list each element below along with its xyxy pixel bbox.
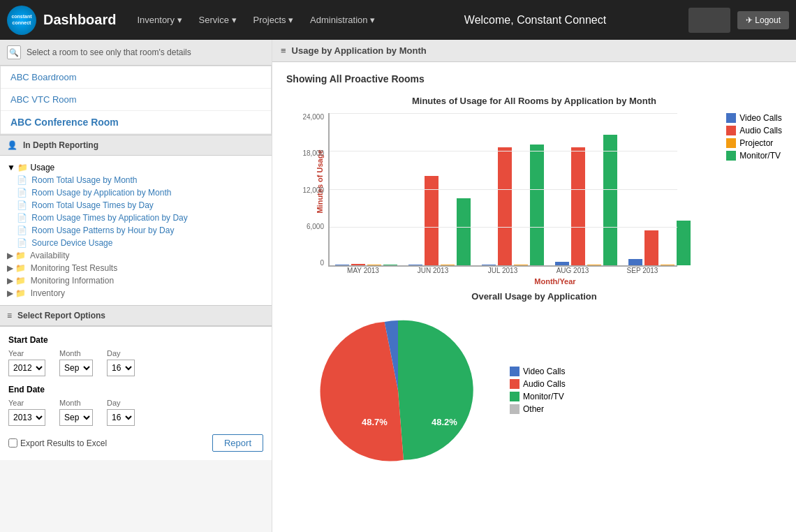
pie-svg-container: 48.7% 48.2% <box>314 310 482 473</box>
room-item-vtc[interactable]: ABC VTC Room <box>1 89 271 111</box>
start-year-select[interactable]: 20122013 <box>8 360 45 376</box>
bar-aug-projector <box>587 265 601 265</box>
end-day-select[interactable]: 1617 <box>107 409 135 426</box>
doc-icon-2: 📄 <box>17 200 27 210</box>
y-label-3: 18,000 <box>295 149 324 157</box>
end-date-group: End Date Year 20132014 Month SepOct <box>8 385 263 426</box>
right-panel-header: ≡ Usage by Application by Month <box>272 40 796 62</box>
tree-arrow-icon: ▼ <box>7 163 15 172</box>
start-day-select[interactable]: 1617 <box>107 360 135 376</box>
bar-may-monitor <box>383 265 397 265</box>
pie-legend-video: Video Calls <box>510 367 566 376</box>
search-icon: 🔍 <box>7 45 21 59</box>
tree-folder-inventory[interactable]: ▶ 📁 Inventory <box>7 287 265 300</box>
start-date-group: Start Date Year 20122013 Month SepOct <box>8 335 263 376</box>
tree-usage-parent[interactable]: ▼ 📁 Usage <box>7 161 265 174</box>
bar-chart-title: Minutes of Usage for All Rooms by Applic… <box>286 96 782 106</box>
doc-icon-4: 📄 <box>17 226 27 235</box>
legend-color-video <box>726 113 736 123</box>
month-group-jun <box>408 176 471 265</box>
nav-projects[interactable]: Projects ▾ <box>246 10 301 29</box>
bar-jun-projector <box>441 265 455 265</box>
bar-jun-audio <box>425 176 438 265</box>
end-year-select[interactable]: 20132014 <box>8 409 45 426</box>
bar-may-audio <box>351 264 365 265</box>
user-avatar <box>688 8 730 33</box>
export-label: Export Results to Excel <box>20 438 107 448</box>
chart-header-label: Usage by Application by Month <box>292 45 427 56</box>
start-month-select[interactable]: SepOct <box>59 360 93 376</box>
tree-item-1[interactable]: 📄 Room Usage by Application by Month <box>17 186 265 199</box>
pie-legend-color-monitor <box>510 392 519 401</box>
in-depth-label: In Depth Reporting <box>23 140 98 150</box>
end-month-label: Month <box>59 399 93 407</box>
legend-color-audio <box>726 126 736 135</box>
arrow-icon-mi: ▶ <box>7 276 13 286</box>
x-label-jul: JUL 2013 <box>468 267 538 274</box>
start-day-label: Day <box>107 349 135 357</box>
bar-sep-monitor <box>677 221 691 265</box>
bar-may-projector <box>367 265 381 265</box>
folder-icon-av: 📁 <box>15 251 26 260</box>
report-button[interactable]: Report <box>212 434 263 452</box>
legend-item-audio: Audio Calls <box>726 126 782 135</box>
room-item-conference[interactable]: ABC Conference Room <box>1 111 271 134</box>
legend-item-projector: Projector <box>726 138 782 148</box>
left-panel: 🔍 Select a room to see only that room's … <box>0 40 272 532</box>
tree-folder-monitoring-info[interactable]: ▶ 📁 Monitoring Information <box>7 274 265 287</box>
tree-item-3[interactable]: 📄 Room Usage Times by Application by Day <box>17 212 265 224</box>
tree-item-0[interactable]: 📄 Room Total Usage by Month <box>17 174 265 186</box>
tree-item-4[interactable]: 📄 Room Usage Patterns by Hour by Day <box>17 224 265 237</box>
folder-icon-mr: 📁 <box>15 263 26 273</box>
bar-chart-section: Minutes of Usage for All Rooms by Applic… <box>286 96 782 286</box>
showing-label: Showing All Proactive Rooms <box>286 73 782 84</box>
report-options-label: Select Report Options <box>17 311 105 320</box>
room-item-boardroom[interactable]: ABC Boardroom <box>1 66 271 89</box>
end-day-label: Day <box>107 399 135 407</box>
start-year-label: Year <box>8 349 45 357</box>
end-month-select[interactable]: SepOct <box>59 409 93 426</box>
pie-legend-label-monitor: Monitor/TV <box>523 392 564 401</box>
nav-administration[interactable]: Administration ▾ <box>303 10 382 29</box>
legend-item-monitor: Monitor/TV <box>726 151 782 161</box>
start-month-label: Month <box>59 349 93 357</box>
x-labels: MAY 2013 JUN 2013 JUL 2013 AUG 2013 SEP … <box>328 267 677 274</box>
in-depth-header: 👤 In Depth Reporting <box>0 135 272 156</box>
bar-chart-area <box>328 113 677 267</box>
export-checkbox[interactable] <box>8 438 17 448</box>
end-year-col: Year 20132014 <box>8 399 45 426</box>
bar-aug-monitor <box>603 135 617 265</box>
pie-label-monitor: 48.7% <box>362 417 388 427</box>
end-date-row: Year 20132014 Month SepOct Day <box>8 399 263 426</box>
month-group-aug <box>555 135 617 265</box>
tree-item-2[interactable]: 📄 Room Total Usage Times by Day <box>17 199 265 212</box>
arrow-icon-mr: ▶ <box>7 263 13 273</box>
legend-label-projector: Projector <box>739 138 773 148</box>
nav-inventory[interactable]: Inventory ▾ <box>130 10 189 29</box>
doc-icon-3: 📄 <box>17 213 27 223</box>
nav-service[interactable]: Service ▾ <box>192 10 244 29</box>
pie-label-audio: 48.2% <box>432 417 457 427</box>
legend-label-video: Video Calls <box>739 113 781 123</box>
welcome-text: Welcome, Constant Connect <box>389 14 681 27</box>
legend-color-projector <box>726 138 736 148</box>
room-list: ABC Boardroom ABC VTC Room ABC Conferenc… <box>0 66 272 135</box>
x-axis-label: Month/Year <box>286 277 782 286</box>
tree-item-5[interactable]: 📄 Source Device Usage <box>17 237 265 249</box>
bar-aug-video <box>555 262 569 265</box>
tree-folder-availability[interactable]: ▶ 📁 Availability <box>7 249 265 262</box>
pie-chart-title: Overall Usage by Application <box>286 291 782 302</box>
pie-legend-color-other <box>510 404 519 414</box>
tree-folder-monitoring-results[interactable]: ▶ 📁 Monitoring Test Results <box>7 262 265 274</box>
export-checkbox-label[interactable]: Export Results to Excel <box>8 438 107 448</box>
bar-jul-video <box>482 265 496 265</box>
doc-icon-0: 📄 <box>17 175 27 185</box>
right-panel: ≡ Usage by Application by Month Showing … <box>272 40 796 532</box>
tree-container: ▼ 📁 Usage 📄 Room Total Usage by Month 📄 … <box>0 156 272 305</box>
logout-button[interactable]: ✈ Logout <box>737 11 789 29</box>
report-options-panel: Start Date Year 20122013 Month SepOct <box>0 326 272 460</box>
arrow-icon-inv: ▶ <box>7 288 13 298</box>
start-month-col: Month SepOct <box>59 349 93 376</box>
x-label-may: MAY 2013 <box>328 267 398 274</box>
chart-header-icon: ≡ <box>281 45 286 56</box>
